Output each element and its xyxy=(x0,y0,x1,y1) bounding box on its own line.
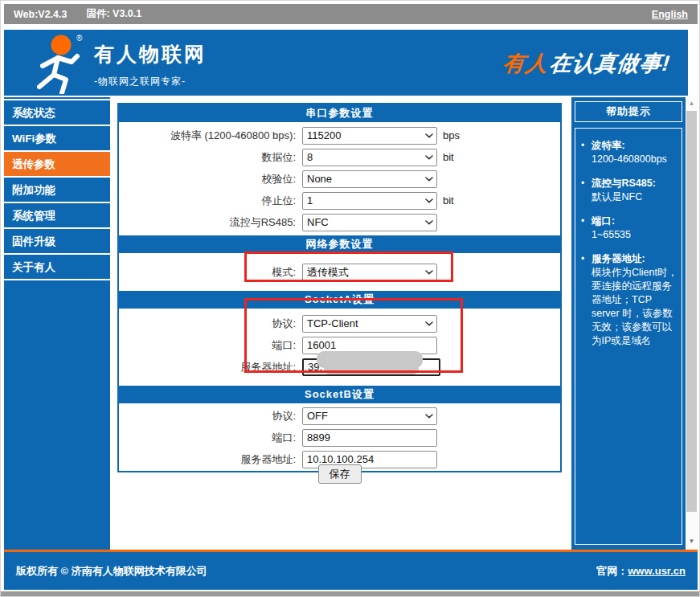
bullet-icon: • xyxy=(581,215,592,242)
brand-header: ® 有人物联网 -物联网之联网专家- 有人在认真做事! xyxy=(4,30,688,96)
help-panel: 帮助提示 • 波特率:1200-460800bps • 流控与RS485:默认是… xyxy=(571,97,686,550)
section-header: 串口参数设置 xyxy=(119,104,560,122)
section-rows: 协议:TCP-Client端口:服务器地址: xyxy=(119,309,560,386)
settings-form: 串口参数设置波特率 (1200-460800 bps):115200bps数据位… xyxy=(117,103,562,472)
help-desc: 模块作为Client时，要连接的远程服务器地址；TCP server 时，该参数… xyxy=(592,266,677,348)
socketb-port-label: 端口: xyxy=(119,431,302,445)
parity-label: 校验位: xyxy=(119,172,302,186)
help-item: • 流控与RS485:默认是NFC xyxy=(581,177,677,204)
socketa-server-address-label: 服务器地址: xyxy=(119,360,302,374)
section-rows: 协议:OFF端口:服务器地址: xyxy=(119,403,560,471)
usr-logo-icon: ® xyxy=(31,33,88,94)
socketb-protocol-select[interactable]: OFF xyxy=(302,407,437,425)
website-label: 官网： xyxy=(596,565,628,577)
help-term: 流控与RS485: xyxy=(592,177,656,190)
sidebar-item-transparent-params[interactable]: 透传参数 xyxy=(4,152,110,178)
website-block: 官网：www.usr.cn xyxy=(596,564,686,579)
brand-subtitle: -物联网之联网专家- xyxy=(94,75,207,88)
section-header: SocketA设置 xyxy=(119,291,560,309)
help-term: 端口: xyxy=(592,215,631,228)
sidebar-item-system-management[interactable]: 系统管理 xyxy=(4,203,110,229)
unit-label: bit xyxy=(443,151,454,163)
stop-bits-label: 停止位: xyxy=(119,194,302,208)
content-area: 串口参数设置波特率 (1200-460800 bps):115200bps数据位… xyxy=(113,97,571,550)
website-link[interactable]: www.usr.cn xyxy=(628,565,686,577)
slogan-orange-text: 有人 xyxy=(501,51,549,76)
section-header: 网络参数设置 xyxy=(119,235,560,253)
sidebar-item-wifi-params[interactable]: WiFi参数 xyxy=(4,126,110,152)
section-rows: 波特率 (1200-460800 bps):115200bps数据位:8bit校… xyxy=(119,122,560,235)
socketa-protocol-label: 协议: xyxy=(119,317,302,331)
stop-bits-row: 停止位:1bit xyxy=(119,190,560,211)
socketb-protocol-label: 协议: xyxy=(119,409,302,423)
help-item: • 波特率:1200-460800bps xyxy=(581,139,677,166)
socketa-server-address-input[interactable] xyxy=(302,358,440,376)
unit-label: bps xyxy=(443,129,460,141)
firmware-version-label: 固件: V3.0.1 xyxy=(86,7,141,21)
bullet-icon: • xyxy=(581,252,592,348)
data-bits-row: 数据位:8bit xyxy=(119,146,560,168)
help-item: • 服务器地址:模块作为Client时，要连接的远程服务器地址；TCP serv… xyxy=(581,252,677,348)
bullet-icon: • xyxy=(581,177,592,204)
copyright-text: 版权所有 © 济南有人物联网技术有限公司 xyxy=(16,564,207,579)
help-term: 服务器地址: xyxy=(592,252,677,266)
brand-slogan: 有人在认真做事! xyxy=(501,49,672,78)
parity-select[interactable]: None xyxy=(302,170,437,188)
sidebar-item-system-status[interactable]: 系统状态 xyxy=(4,100,110,126)
help-item: • 端口:1~65535 xyxy=(581,215,677,242)
scrollbar[interactable]: ▲ ▼ xyxy=(686,96,698,550)
footer: 版权所有 © 济南有人物联网技术有限公司 官网：www.usr.cn xyxy=(4,552,698,590)
socketa-server-address-row: 服务器地址: xyxy=(119,356,560,378)
help-term: 波特率: xyxy=(592,139,667,153)
sidebar: 系统状态 WiFi参数 透传参数 附加功能 系统管理 固件升级 关于有人 xyxy=(4,97,110,550)
help-desc: 1200-460800bps xyxy=(592,153,667,166)
baud-rate-label: 波特率 (1200-460800 bps): xyxy=(119,129,302,143)
main-area: 系统状态 WiFi参数 透传参数 附加功能 系统管理 固件升级 关于有人 串口参… xyxy=(4,96,698,550)
data-bits-select[interactable]: 8 xyxy=(302,149,437,166)
save-button[interactable]: 保存 xyxy=(318,464,362,484)
scroll-up-icon[interactable]: ▲ xyxy=(686,97,698,110)
baud-rate-row: 波特率 (1200-460800 bps):115200bps xyxy=(119,125,560,146)
parity-row: 校验位:None xyxy=(119,168,560,190)
browser-viewport: Web:V2.4.3 固件: V3.0.1 English ® 有人物联网 -物… xyxy=(0,0,700,597)
registered-mark: ® xyxy=(76,34,83,43)
sidebar-menu: 系统状态 WiFi参数 透传参数 附加功能 系统管理 固件升级 关于有人 xyxy=(4,99,110,280)
flow-control-rs485-row: 流控与RS485:NFC xyxy=(119,211,560,233)
sidebar-item-additional-functions[interactable]: 附加功能 xyxy=(4,178,110,203)
baud-rate-select[interactable]: 115200 xyxy=(302,127,437,145)
scroll-down-icon[interactable]: ▼ xyxy=(686,535,698,548)
slogan-white-text: 在认真做事! xyxy=(548,51,671,76)
help-title: 帮助提示 xyxy=(575,101,682,122)
stop-bits-select[interactable]: 1 xyxy=(302,192,437,210)
help-list: • 波特率:1200-460800bps • 流控与RS485:默认是NFC •… xyxy=(575,129,682,348)
version-bar: Web:V2.4.3 固件: V3.0.1 English xyxy=(4,4,698,24)
help-desc: 1~65535 xyxy=(592,228,631,242)
bullet-icon: • xyxy=(581,139,592,166)
flow-control-rs485-label: 流控与RS485: xyxy=(119,215,302,230)
socketa-protocol-select[interactable]: TCP-Client xyxy=(302,315,437,333)
save-row: 保存 xyxy=(117,464,562,484)
socketa-port-input[interactable] xyxy=(302,337,437,354)
socketa-port-row: 端口: xyxy=(119,334,560,356)
sidebar-item-about-usr[interactable]: 关于有人 xyxy=(4,255,110,280)
socketb-port-input[interactable] xyxy=(302,429,437,447)
help-body: • 波特率:1200-460800bps • 流控与RS485:默认是NFC •… xyxy=(575,128,682,545)
sidebar-item-firmware-upgrade[interactable]: 固件升级 xyxy=(4,229,110,255)
socketb-protocol-row: 协议:OFF xyxy=(119,405,560,427)
help-desc: 默认是NFC xyxy=(592,190,656,204)
flow-control-rs485-select[interactable]: NFC xyxy=(302,214,437,231)
web-version-label: Web:V2.4.3 xyxy=(14,9,67,20)
english-link[interactable]: English xyxy=(652,9,688,20)
unit-label: bit xyxy=(443,194,454,206)
data-bits-label: 数据位: xyxy=(119,150,302,165)
socketb-port-row: 端口: xyxy=(119,427,560,448)
brand-block: 有人物联网 -物联网之联网专家- xyxy=(94,41,207,88)
work-mode-label: 模式: xyxy=(119,265,302,280)
scrollbar-thumb[interactable] xyxy=(686,111,697,512)
work-mode-row: 模式:透传模式 xyxy=(119,261,560,283)
work-mode-select[interactable]: 透传模式 xyxy=(302,264,437,281)
section-rows: 模式:透传模式 xyxy=(119,253,560,291)
brand-title: 有人物联网 xyxy=(94,41,207,67)
socketa-port-label: 端口: xyxy=(119,338,302,353)
section-header: SocketB设置 xyxy=(119,386,560,403)
